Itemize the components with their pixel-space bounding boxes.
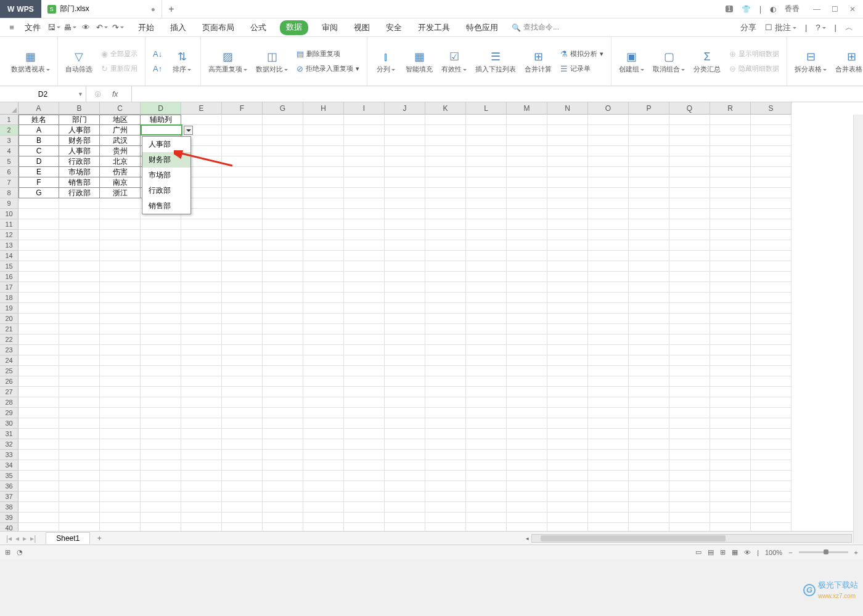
menu-tab-页面布局[interactable]: 页面布局 xyxy=(200,20,237,35)
row-header[interactable]: 38 xyxy=(0,502,18,513)
cell[interactable] xyxy=(222,513,263,523)
cell[interactable] xyxy=(18,303,59,314)
zoom-slider[interactable] xyxy=(799,551,848,553)
cell[interactable] xyxy=(669,460,710,471)
cell[interactable] xyxy=(669,230,710,240)
cell[interactable] xyxy=(507,492,547,502)
cell[interactable] xyxy=(59,240,100,251)
cell[interactable] xyxy=(303,408,344,418)
cell[interactable] xyxy=(222,230,263,240)
cell[interactable] xyxy=(751,481,791,492)
cell[interactable] xyxy=(588,366,629,376)
cell[interactable] xyxy=(18,439,59,450)
cell[interactable] xyxy=(385,513,425,523)
cell[interactable] xyxy=(547,209,588,219)
cell[interactable] xyxy=(18,481,59,492)
cell[interactable] xyxy=(547,136,588,146)
cell[interactable] xyxy=(507,345,547,355)
cell[interactable] xyxy=(181,355,222,366)
cell[interactable]: D xyxy=(18,156,59,167)
cell[interactable] xyxy=(547,188,588,198)
cell[interactable] xyxy=(344,146,385,156)
cell[interactable] xyxy=(629,418,669,429)
cell[interactable] xyxy=(466,251,507,261)
cell[interactable] xyxy=(425,230,466,240)
cell[interactable] xyxy=(547,167,588,177)
cell[interactable] xyxy=(222,481,263,492)
cell[interactable] xyxy=(425,303,466,314)
cell[interactable] xyxy=(669,209,710,219)
row-header[interactable]: 10 xyxy=(0,209,18,219)
cell[interactable] xyxy=(466,188,507,198)
column-header[interactable]: G xyxy=(263,102,303,115)
cell[interactable] xyxy=(263,366,303,376)
cell[interactable] xyxy=(59,314,100,324)
cell[interactable] xyxy=(588,314,629,324)
cell[interactable] xyxy=(181,272,222,282)
cell[interactable] xyxy=(263,502,303,513)
cell[interactable] xyxy=(629,146,669,156)
cell[interactable] xyxy=(425,198,466,209)
cell[interactable] xyxy=(100,450,141,460)
cell[interactable] xyxy=(466,136,507,146)
cell[interactable] xyxy=(669,334,710,345)
cell[interactable] xyxy=(629,240,669,251)
cell[interactable] xyxy=(547,230,588,240)
cell[interactable] xyxy=(303,240,344,251)
row-header[interactable]: 29 xyxy=(0,408,18,418)
cell[interactable] xyxy=(181,261,222,272)
cell[interactable] xyxy=(59,251,100,261)
cell[interactable] xyxy=(385,324,425,334)
cell[interactable] xyxy=(141,376,181,387)
cell[interactable] xyxy=(141,397,181,408)
cell[interactable] xyxy=(18,502,59,513)
fx-icon[interactable]: fx xyxy=(107,90,123,99)
cell[interactable] xyxy=(344,251,385,261)
user-avatar-icon[interactable]: ◐ xyxy=(770,5,776,14)
cell[interactable] xyxy=(629,303,669,314)
cell[interactable] xyxy=(425,272,466,282)
cell[interactable] xyxy=(303,115,344,125)
cell[interactable] xyxy=(222,460,263,471)
cell[interactable] xyxy=(59,209,100,219)
merge-table-button[interactable]: ⊞合并表格 xyxy=(833,42,863,81)
cell[interactable] xyxy=(547,240,588,251)
formula-input[interactable] xyxy=(132,86,863,102)
row-header[interactable]: 24 xyxy=(0,355,18,366)
cell[interactable] xyxy=(344,492,385,502)
cell[interactable] xyxy=(547,366,588,376)
cell[interactable] xyxy=(263,376,303,387)
cell[interactable] xyxy=(181,492,222,502)
cell[interactable] xyxy=(385,334,425,345)
cell[interactable] xyxy=(669,471,710,481)
cell[interactable] xyxy=(751,314,791,324)
cell[interactable] xyxy=(263,125,303,136)
cell[interactable] xyxy=(303,324,344,334)
cell[interactable] xyxy=(425,366,466,376)
view-normal-icon[interactable]: ▭ xyxy=(695,548,701,556)
new-tab-button[interactable]: + xyxy=(162,0,181,18)
cell-grid[interactable]: 姓名部门地区辅助列A人事部广州B财务部武汉C人事部贵州D行政部北京E市场部伤害F… xyxy=(18,115,791,531)
row-header[interactable]: 17 xyxy=(0,282,18,293)
cell[interactable] xyxy=(669,513,710,523)
tab-nav-next-icon[interactable]: ▸ xyxy=(23,534,27,543)
column-header[interactable]: L xyxy=(466,102,507,115)
cell[interactable] xyxy=(59,303,100,314)
cell[interactable] xyxy=(100,272,141,282)
cell[interactable] xyxy=(547,460,588,471)
sort-desc-icon[interactable]: A↑ xyxy=(150,62,165,76)
cell[interactable] xyxy=(344,293,385,303)
cell[interactable] xyxy=(466,314,507,324)
cell[interactable] xyxy=(425,513,466,523)
cell[interactable] xyxy=(751,345,791,355)
cell[interactable] xyxy=(751,397,791,408)
highlight-duplicates-button[interactable]: ▨高亮重复项 xyxy=(206,42,250,81)
cell[interactable] xyxy=(344,439,385,450)
cell[interactable] xyxy=(425,136,466,146)
cell[interactable] xyxy=(629,251,669,261)
menu-tab-开始[interactable]: 开始 xyxy=(136,20,157,35)
cell[interactable]: 南京 xyxy=(100,177,141,188)
cell[interactable] xyxy=(507,230,547,240)
row-header[interactable]: 30 xyxy=(0,418,18,429)
cell[interactable] xyxy=(385,460,425,471)
